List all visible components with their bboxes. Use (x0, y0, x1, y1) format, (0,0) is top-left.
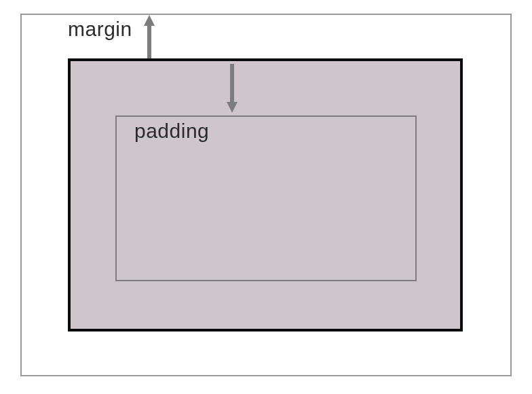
margin-label: margin (68, 18, 132, 41)
padding-label: padding (134, 120, 209, 143)
box-model-diagram: margin padding (0, 0, 532, 394)
